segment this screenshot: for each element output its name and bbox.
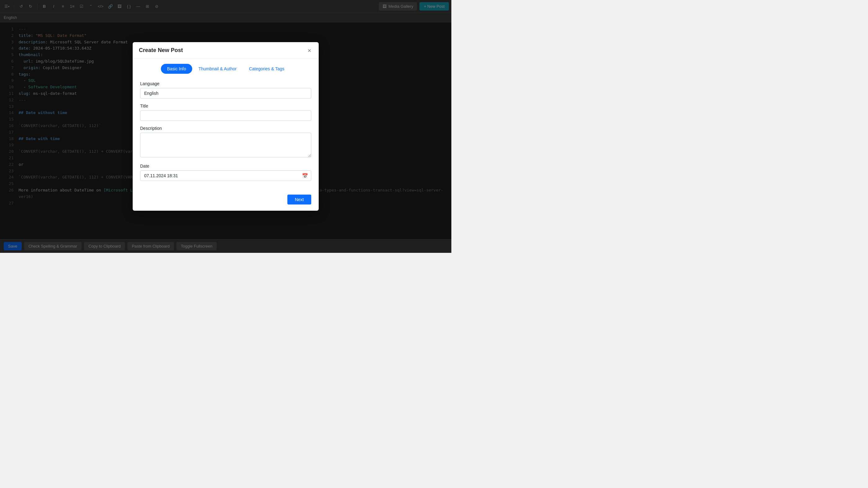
- description-label: Description: [140, 126, 311, 131]
- modal-header: Create New Post ×: [133, 42, 319, 59]
- date-input[interactable]: [140, 170, 311, 181]
- next-button[interactable]: Next: [287, 195, 311, 204]
- create-new-post-modal: Create New Post × Basic Info Thumbnail &…: [133, 42, 319, 211]
- language-label: Language: [140, 81, 311, 86]
- description-form-group: Description: [140, 126, 311, 159]
- tab-thumbnail-author[interactable]: Thumbnail & Author: [192, 64, 243, 74]
- date-input-wrapper: 📅: [140, 170, 311, 181]
- modal-close-button[interactable]: ×: [306, 47, 312, 54]
- language-form-group: Language: [140, 81, 311, 99]
- title-form-group: Title: [140, 103, 311, 121]
- modal-footer: Next: [133, 191, 319, 211]
- title-input[interactable]: [140, 110, 311, 121]
- description-textarea[interactable]: [140, 133, 311, 157]
- editor-background: ☰ ▾ ↺ ↻ B I ≡ 1≡ ☑ " </> 🔗 🖼 { } — ⊞ ⊘: [0, 0, 452, 253]
- title-label: Title: [140, 103, 311, 108]
- calendar-icon[interactable]: 📅: [302, 173, 308, 179]
- date-form-group: Date 📅: [140, 164, 311, 181]
- modal-body: Language Title Description Date: [133, 74, 319, 191]
- language-input[interactable]: [140, 88, 311, 99]
- tab-basic-info[interactable]: Basic Info: [161, 64, 192, 74]
- modal-tabs: Basic Info Thumbnail & Author Categories…: [133, 59, 319, 74]
- modal-title: Create New Post: [139, 47, 183, 54]
- modal-overlay: Create New Post × Basic Info Thumbnail &…: [0, 0, 452, 253]
- tab-categories-tags[interactable]: Categories & Tags: [243, 64, 290, 74]
- date-label: Date: [140, 164, 311, 168]
